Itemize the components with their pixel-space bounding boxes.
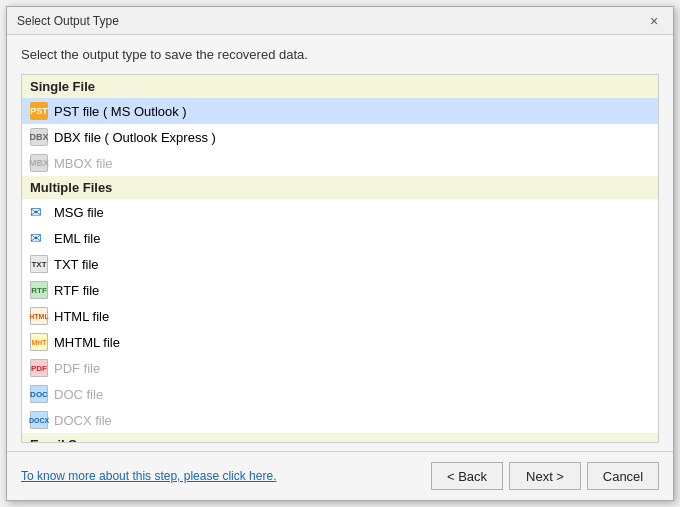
list-item[interactable]: DBXDBX file ( Outlook Express ) [22,124,658,150]
rtf-icon: RTF [30,281,48,299]
list-item-label: DBX file ( Outlook Express ) [54,130,216,145]
output-type-list: Single FilePSTPST file ( MS Outlook )DBX… [21,74,659,443]
list-item-label: DOCX file [54,413,112,428]
cancel-button[interactable]: Cancel [587,462,659,490]
html-icon: HTML [30,307,48,325]
list-item: DOCXDOCX file [22,407,658,433]
list-item: MBXMBOX file [22,150,658,176]
list-item-label: HTML file [54,309,109,324]
list-item[interactable]: HTMLHTML file [22,303,658,329]
list-item-label: MBOX file [54,156,113,171]
list-item[interactable]: ✉MSG file [22,199,658,225]
list-item[interactable]: TXTTXT file [22,251,658,277]
close-button[interactable]: × [645,12,663,30]
title-bar: Select Output Type × [7,7,673,35]
doc-icon: DOC [30,385,48,403]
instruction-text: Select the output type to save the recov… [21,47,659,62]
list-item-label: DOC file [54,387,103,402]
list-item[interactable]: MHTMHTML file [22,329,658,355]
dialog-title: Select Output Type [17,14,119,28]
list-item[interactable]: PSTPST file ( MS Outlook ) [22,98,658,124]
list-item-label: PDF file [54,361,100,376]
next-button[interactable]: Next > [509,462,581,490]
list-item: PDFPDF file [22,355,658,381]
help-link[interactable]: To know more about this step, please cli… [21,469,276,483]
footer: To know more about this step, please cli… [7,451,673,500]
list-item-label: MSG file [54,205,104,220]
docx-icon: DOCX [30,411,48,429]
list-item-label: PST file ( MS Outlook ) [54,104,187,119]
footer-buttons: < Back Next > Cancel [431,462,659,490]
txt-icon: TXT [30,255,48,273]
list-item[interactable]: ✉EML file [22,225,658,251]
pdf-icon: PDF [30,359,48,377]
section-header: Email Servers [22,433,658,443]
eml-icon: ✉ [30,229,48,247]
section-header: Multiple Files [22,176,658,199]
dialog: Select Output Type × Select the output t… [6,6,674,501]
dialog-body: Select the output type to save the recov… [7,35,673,451]
list-item[interactable]: RTFRTF file [22,277,658,303]
dbx-icon: DBX [30,128,48,146]
envelope-icon: ✉ [30,203,48,221]
back-button[interactable]: < Back [431,462,503,490]
list-item: DOCDOC file [22,381,658,407]
list-item-label: EML file [54,231,100,246]
mbox-icon: MBX [30,154,48,172]
mhtml-icon: MHT [30,333,48,351]
pst-icon: PST [30,102,48,120]
list-item-label: MHTML file [54,335,120,350]
section-header: Single File [22,75,658,98]
list-item-label: TXT file [54,257,99,272]
list-item-label: RTF file [54,283,99,298]
